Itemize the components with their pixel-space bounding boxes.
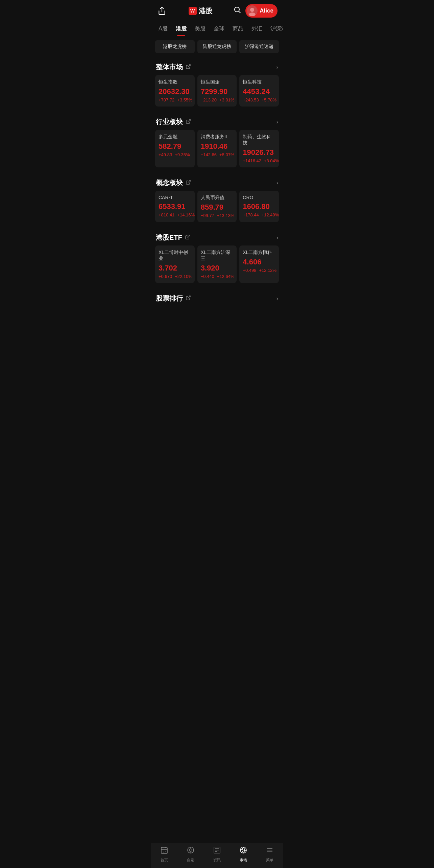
arrow-concept[interactable]: › [276,180,278,186]
card-hstech[interactable]: 恒生科技 4453.24 +243.53+5.78% [239,75,279,107]
svg-point-16 [188,847,194,853]
news-icon [213,846,221,856]
bottom-nav-news-label: 资讯 [213,858,221,863]
section-header-industry: 行业板块 › [151,112,283,130]
card-cro[interactable]: CRO 1606.80 +178.44+12.49% [239,191,279,222]
watchlist-icon [187,846,195,856]
bottom-nav-news[interactable]: 资讯 [204,846,230,863]
section-title-concept: 概念板块 [156,178,191,187]
bottom-nav-menu-label: 菜单 [266,858,273,863]
card-etf-1[interactable]: XL二博时中创业 3.702 +0.670+22.10% [155,245,195,283]
card-pharma[interactable]: 制药、生物科技 19026.73 +1416.42+8.04% [239,130,279,167]
svg-line-8 [188,180,190,183]
nav-tabs: A股 港股 美股 全球 商品 外汇 沪深港 ☰ [151,22,283,36]
card-etf-3[interactable]: XL二南方恒科 4.606 +0.498+12.12% [239,245,279,283]
header-center: W 港股 [189,6,212,16]
home-icon: 27 [160,846,168,856]
svg-point-4 [250,8,254,12]
external-link-icon-ranking[interactable] [186,295,191,302]
section-title-etf: 港股ETF [156,233,190,242]
overall-market-cards: 恒生指数 20632.30 +707.72+3.55% 恒生国企 7299.90… [151,75,283,112]
arrow-etf[interactable]: › [276,235,278,241]
tab-a-shares[interactable]: A股 [154,22,172,36]
tab-hushen[interactable]: 沪深港 [266,22,283,36]
main-content: 整体市场 › 恒生指数 20632.30 +707.72+3.55% 恒生国企 … [151,57,283,333]
section-title-overall: 整体市场 [156,63,191,72]
tab-us-shares[interactable]: 美股 [191,22,210,36]
tab-global[interactable]: 全球 [210,22,228,36]
industry-sector-cards: 多元金融 582.79 +49.83+9.35% 消费者服务II 1910.46… [151,130,283,173]
svg-line-6 [188,65,190,67]
quick-actions: 港股龙虎榜 陆股通龙虎榜 沪深港通速递 [151,36,283,57]
card-cart[interactable]: CAR-T 6533.91 +810.41+14.16% [155,191,195,222]
bottom-nav-home-label: 首页 [161,858,168,863]
bottom-nav: 27 首页 自选 资讯 [151,843,283,868]
tab-hk-shares[interactable]: 港股 [172,22,191,36]
svg-line-10 [188,296,190,298]
header-title: 港股 [199,6,212,16]
section-header-overall: 整体市场 › [151,57,283,75]
menu-icon [266,846,274,856]
quick-action-3[interactable]: 沪深港通速递 [239,40,279,53]
alice-button[interactable]: Alice [245,4,278,18]
card-hscei[interactable]: 恒生国企 7299.90 +213.20+3.01% [197,75,237,107]
quick-action-1[interactable]: 港股龙虎榜 [155,40,195,53]
external-link-icon-industry[interactable] [186,119,191,125]
concept-sector-cards: CAR-T 6533.91 +810.41+14.16% 人民币升值 859.7… [151,191,283,228]
section-header-concept: 概念板块 › [151,173,283,191]
bottom-nav-watchlist[interactable]: 自选 [177,846,204,863]
svg-point-17 [189,849,192,851]
alice-label: Alice [260,7,273,14]
market-icon [239,846,247,856]
quick-action-2[interactable]: 陆股通龙虎榜 [197,40,237,53]
svg-text:27: 27 [163,850,166,853]
card-consumer-services[interactable]: 消费者服务II 1910.46 +142.66+8.07% [197,130,237,167]
arrow-industry[interactable]: › [276,119,278,125]
svg-line-9 [187,235,189,237]
external-link-icon-concept[interactable] [186,180,191,186]
arrow-overall[interactable]: › [276,64,278,70]
avatar [247,5,258,16]
card-etf-2[interactable]: XL二南方沪深三 3.920 +0.440+12.64% [197,245,237,283]
card-hsi[interactable]: 恒生指数 20632.30 +707.72+3.55% [155,75,195,107]
external-link-icon-overall[interactable] [186,64,191,70]
bottom-nav-watchlist-label: 自选 [187,858,194,863]
card-diverse-finance[interactable]: 多元金融 582.79 +49.83+9.35% [155,130,195,167]
section-title-ranking: 股票排行 [156,294,191,303]
external-link-icon-etf[interactable] [185,234,190,241]
tab-commodities[interactable]: 商品 [228,22,247,36]
header-right: Alice [233,4,278,18]
bottom-nav-menu[interactable]: 菜单 [257,846,283,863]
share-icon[interactable] [156,5,167,16]
svg-line-7 [188,119,190,122]
card-rmb[interactable]: 人民币升值 859.79 +99.77+13.13% [197,191,237,222]
svg-point-1 [235,7,239,12]
svg-line-2 [239,11,240,13]
tab-forex[interactable]: 外汇 [247,22,266,36]
section-title-industry: 行业板块 [156,117,191,126]
section-header-etf: 港股ETF › [151,228,283,245]
section-header-ranking: 股票排行 › [151,288,283,306]
header: W 港股 Alice [151,0,283,22]
bottom-nav-market-label: 市场 [240,858,247,863]
search-icon[interactable] [233,6,241,16]
bottom-nav-market[interactable]: 市场 [230,846,257,863]
w-badge: W [189,7,197,15]
arrow-ranking[interactable]: › [276,296,278,302]
hk-etf-cards: XL二博时中创业 3.702 +0.670+22.10% XL二南方沪深三 3.… [151,245,283,288]
bottom-nav-home[interactable]: 27 首页 [151,846,177,863]
